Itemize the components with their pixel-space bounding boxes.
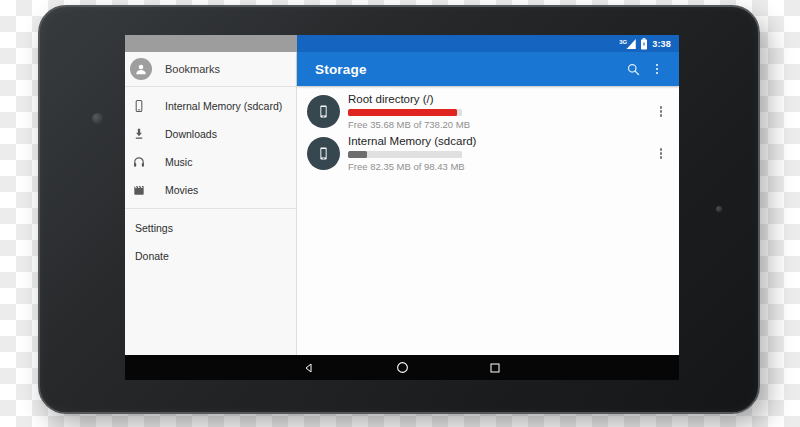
row-overflow-button[interactable] [651, 137, 671, 170]
recents-icon [489, 362, 501, 374]
storage-name: Root directory (/) [348, 92, 466, 106]
storage-row-text: Internal Memory (sdcard) Free 82.35 MB o… [348, 134, 466, 173]
drawer-item-music[interactable]: Music [125, 148, 296, 176]
overflow-menu-icon [656, 64, 659, 75]
drawer-item-label: Settings [135, 222, 173, 234]
home-icon [396, 361, 409, 374]
download-icon [131, 126, 147, 142]
movie-icon [131, 182, 147, 198]
storage-row-root-directory[interactable]: Root directory (/) Free 35.68 MB of 738.… [297, 90, 679, 132]
drawer-item-downloads[interactable]: Downloads [125, 120, 296, 148]
app-bar: Storage [297, 52, 679, 86]
drawer-item-donate[interactable]: Donate [125, 242, 296, 270]
storage-row-internal-memory[interactable]: Internal Memory (sdcard) Free 82.35 MB o… [297, 132, 679, 174]
tablet-screen: 3G 3:38 [125, 35, 679, 380]
overflow-menu-icon [660, 148, 663, 159]
page-title: Storage [315, 62, 621, 77]
drawer-item-label: Downloads [165, 128, 217, 140]
usage-bar-track [348, 151, 462, 158]
status-bar-clock: 3:38 [652, 39, 671, 49]
tablet-device-frame: 3G 3:38 [38, 5, 760, 414]
drawer-item-movies[interactable]: Movies [125, 176, 296, 204]
main-content: Storage [297, 52, 679, 355]
free-space-label: Free 35.68 MB of 738.20 MB [348, 119, 466, 131]
usage-bar-track [348, 109, 462, 116]
home-button[interactable] [396, 361, 409, 374]
drawer-item-label: Donate [135, 250, 169, 262]
status-bar-content: 3G 3:38 [297, 35, 679, 52]
drawer-item-label: Movies [165, 184, 198, 196]
cellular-signal-icon: 3G [619, 38, 636, 49]
navigation-drawer: Bookmarks Internal Memory (sdcard) [125, 52, 297, 355]
drawer-item-settings[interactable]: Settings [125, 214, 296, 242]
search-button[interactable] [621, 57, 645, 81]
smartphone-icon [307, 95, 340, 128]
storage-name: Internal Memory (sdcard) [348, 134, 466, 148]
storage-list: Root directory (/) Free 35.68 MB of 738.… [297, 86, 679, 174]
transparency-checkerboard-background: 3G 3:38 [0, 0, 800, 427]
back-icon [303, 362, 315, 374]
battery-icon [640, 38, 648, 50]
storage-row-text: Root directory (/) Free 35.68 MB of 738.… [348, 92, 466, 131]
back-button[interactable] [303, 361, 316, 374]
front-camera-dot [92, 113, 103, 124]
person-icon [130, 58, 152, 80]
status-bar-drawer-scrim [125, 35, 297, 52]
free-space-label: Free 82.35 MB of 98.43 MB [348, 161, 466, 173]
drawer-divider [125, 208, 296, 209]
search-icon [626, 62, 641, 77]
drawer-item-label: Bookmarks [165, 63, 220, 75]
headphones-icon [131, 154, 147, 170]
usage-bar-fill [348, 151, 367, 158]
drawer-item-internal-memory[interactable]: Internal Memory (sdcard) [125, 92, 296, 120]
sensor-dot [716, 206, 722, 212]
drawer-item-label: Music [165, 156, 192, 168]
smartphone-icon [131, 98, 147, 114]
android-navigation-bar [125, 355, 679, 380]
drawer-item-bookmarks[interactable]: Bookmarks [125, 52, 296, 87]
status-bar: 3G 3:38 [125, 35, 679, 52]
smartphone-icon [307, 137, 340, 170]
overflow-menu-icon [660, 106, 663, 117]
row-overflow-button[interactable] [651, 95, 671, 128]
network-type-label: 3G [619, 39, 627, 45]
drawer-item-label: Internal Memory (sdcard) [165, 100, 282, 112]
overflow-menu-button[interactable] [645, 57, 669, 81]
usage-bar-fill [348, 109, 457, 116]
recents-button[interactable] [489, 361, 502, 374]
